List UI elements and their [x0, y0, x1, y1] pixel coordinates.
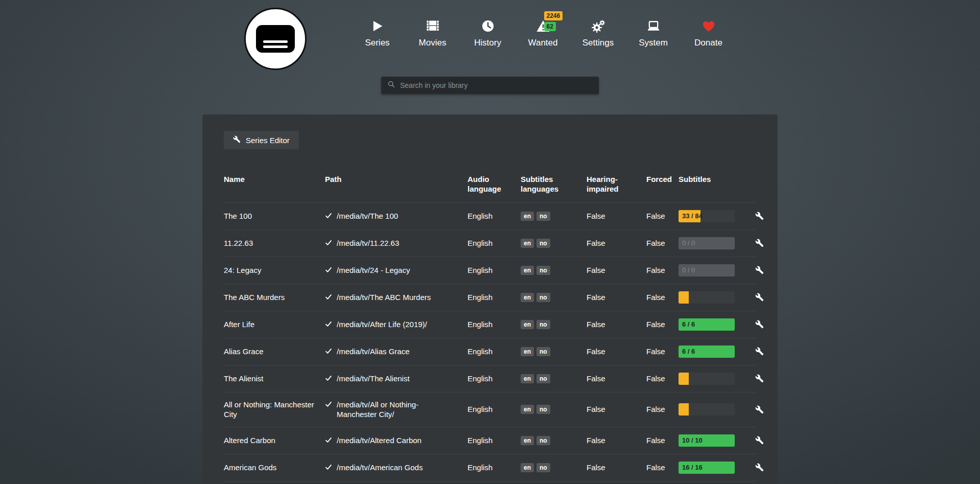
forced: False	[646, 435, 679, 446]
language-badge: en	[521, 436, 534, 445]
subtitles-languages: enno	[521, 436, 587, 445]
subtitles-languages: enno	[521, 405, 587, 414]
wanted-count-badge-2: 62	[544, 22, 556, 31]
language-badge: en	[521, 239, 534, 248]
audio-language: English	[468, 265, 521, 275]
subtitles-progress: 6 / 6	[679, 318, 735, 331]
header-actions	[755, 175, 764, 194]
nav-system[interactable]: System	[626, 18, 681, 48]
audio-language: English	[468, 238, 521, 248]
subtitles-languages: enno	[521, 212, 587, 221]
table-row: Alias Grace /media/tv/Alias Grace Englis…	[224, 338, 756, 365]
series-editor-button[interactable]: Series Editor	[224, 131, 299, 149]
nav-settings-label: Settings	[582, 38, 614, 48]
forced: False	[646, 265, 679, 275]
nav-system-label: System	[639, 38, 668, 48]
language-badge: en	[521, 293, 534, 302]
table-row: The ABC Murders /media/tv/The ABC Murder…	[224, 284, 756, 311]
nav-series[interactable]: Series	[350, 18, 405, 48]
language-badge: no	[536, 405, 550, 414]
series-name[interactable]: 11.22.63	[224, 238, 325, 248]
wrench-icon	[233, 135, 241, 145]
subtitles-progress	[679, 373, 735, 385]
check-icon	[325, 464, 332, 471]
check-icon	[325, 320, 332, 328]
forced: False	[646, 374, 679, 384]
header-path: Path	[325, 175, 468, 194]
forced: False	[646, 211, 679, 221]
audio-language: English	[468, 211, 521, 221]
check-icon	[325, 401, 332, 408]
nav-donate[interactable]: Donate	[681, 18, 736, 48]
subtitles-languages: enno	[521, 463, 587, 472]
edit-series-button[interactable]	[755, 463, 764, 472]
subtitles-progress-text: 6 / 6	[682, 318, 695, 331]
audio-language: English	[468, 435, 521, 446]
search-row	[0, 77, 980, 94]
header-subtitles-languages: Subtitles languages	[521, 175, 565, 194]
edit-series-button[interactable]	[755, 436, 764, 445]
series-path: /media/tv/The ABC Murders	[337, 292, 431, 303]
check-icon	[325, 375, 332, 382]
series-name[interactable]: The 100	[224, 211, 325, 221]
series-name[interactable]: After Life	[224, 319, 325, 330]
language-badge: no	[536, 347, 550, 356]
series-name[interactable]: All or Nothing: Manchester City	[224, 400, 325, 420]
series-path-cell: /media/tv/The ABC Murders	[325, 292, 468, 303]
audio-language: English	[468, 292, 521, 303]
edit-series-button[interactable]	[755, 320, 764, 329]
language-badge: en	[521, 347, 534, 356]
edit-series-button[interactable]	[755, 374, 764, 383]
subtitles-progress-text: 0 / 0	[682, 264, 695, 276]
nav-settings[interactable]: Settings	[571, 18, 626, 48]
series-name[interactable]: 24: Legacy	[224, 265, 325, 275]
nav-movies-label: Movies	[419, 38, 447, 48]
series-table-body: The 100 /media/tv/The 100 English enno F…	[224, 202, 756, 484]
edit-series-button[interactable]	[755, 266, 764, 274]
language-badge: no	[536, 463, 550, 472]
series-name[interactable]: Alias Grace	[224, 347, 325, 357]
hearing-impaired: False	[587, 435, 646, 446]
series-name[interactable]: The Alienist	[224, 374, 325, 384]
audio-language: English	[468, 347, 521, 357]
subtitles-languages: enno	[521, 374, 587, 383]
language-badge: no	[536, 266, 550, 275]
series-name[interactable]: The ABC Murders	[224, 292, 325, 303]
series-path: /media/tv/Altered Carbon	[337, 435, 422, 446]
table-row: 24: Legacy /media/tv/24 - Legacy English…	[224, 257, 756, 284]
series-name[interactable]: Altered Carbon	[224, 435, 325, 446]
edit-series-button[interactable]	[755, 347, 764, 356]
series-panel: Series Editor Name Path Audio language S…	[202, 114, 778, 484]
subtitles-progress	[679, 403, 735, 416]
audio-language: English	[468, 463, 521, 473]
library-search	[381, 77, 599, 94]
table-row: All or Nothing: Manchester City /media/t…	[224, 392, 756, 427]
bazarr-logo[interactable]	[244, 8, 307, 70]
edit-series-button[interactable]	[755, 212, 764, 220]
check-icon	[325, 436, 332, 444]
edit-series-button[interactable]	[755, 293, 764, 302]
series-path-cell: /media/tv/The Alienist	[325, 374, 468, 384]
language-badge: en	[521, 405, 534, 414]
nav-history-label: History	[474, 38, 501, 48]
nav-history[interactable]: History	[460, 18, 516, 48]
language-badge: no	[536, 320, 550, 329]
series-path: /media/tv/After Life (2019)/	[337, 319, 427, 330]
top-navigation: Series Movies History 2246 62	[0, 0, 980, 70]
search-input[interactable]	[400, 81, 593, 89]
forced: False	[646, 463, 679, 473]
audio-language: English	[468, 404, 521, 414]
edit-series-button[interactable]	[755, 405, 764, 414]
subtitles-progress: 0 / 0	[679, 264, 735, 276]
series-table: Name Path Audio language Subtitles langu…	[224, 175, 756, 484]
table-row: After Life /media/tv/After Life (2019)/ …	[224, 311, 756, 338]
subtitles-progress-text: 0 / 0	[682, 237, 695, 249]
edit-series-button[interactable]	[755, 239, 764, 247]
table-row: The Alienist /media/tv/The Alienist Engl…	[224, 365, 756, 392]
series-name[interactable]: American Gods	[224, 463, 325, 473]
language-badge: en	[521, 374, 534, 383]
nav-wanted[interactable]: 2246 62 Wanted	[516, 18, 571, 48]
language-badge: en	[521, 320, 534, 329]
check-icon	[325, 266, 332, 273]
nav-movies[interactable]: Movies	[405, 18, 460, 48]
